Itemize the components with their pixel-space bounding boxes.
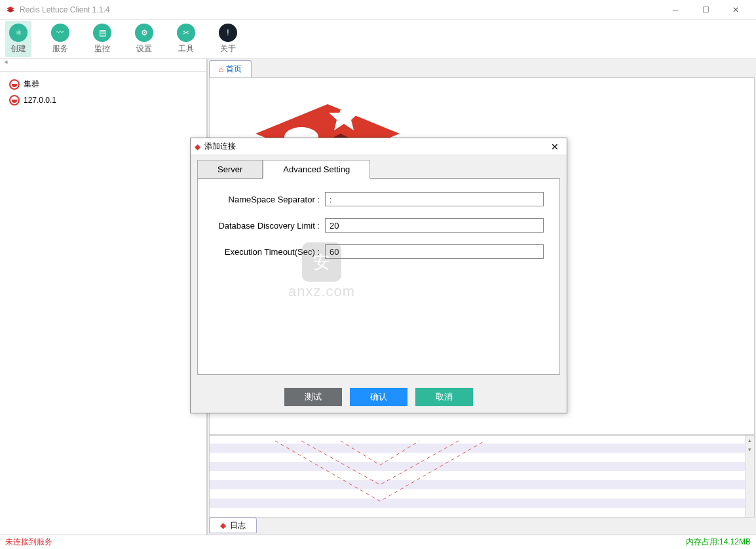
tab-log[interactable]: ◆ 日志 [209,518,257,533]
test-button[interactable]: 测试 [284,388,342,406]
tree-item-0[interactable]: 集群 [0,76,206,92]
tree-item-1[interactable]: 127.0.0.1 [0,92,206,108]
close-button[interactable]: ✕ [721,0,751,20]
toolbar-item-3[interactable]: ⚙设置 [131,21,157,57]
scroll-up-icon[interactable]: ▴ [746,436,754,445]
toolbar-label: 设置 [136,43,152,54]
maximize-button[interactable]: ☐ [690,0,721,20]
status-connection: 未连接到服务 [5,537,686,548]
cube-icon: ◆ [195,142,200,151]
toolbar-icon: ⚛ [9,24,28,42]
log-tab-strip: ◆ 日志 [209,518,755,533]
tab-server[interactable]: Server [197,160,263,179]
execution-timeout-input[interactable] [325,244,544,259]
toolbar-item-0[interactable]: ⚛创建 [5,21,31,57]
database-discovery-limit-input[interactable] [325,218,544,233]
statusbar: 未连接到服务 内存占用:14.12MB [0,535,756,549]
scroll-down-icon[interactable]: ▾ [746,445,754,454]
home-icon: ⌂ [219,65,223,74]
confirm-button[interactable]: 确认 [350,388,407,406]
toolbar-label: 服务 [52,43,68,54]
toolbar-icon: 〰 [51,24,69,42]
toolbar-label: 创建 [10,43,26,54]
filter-input[interactable]: * [0,59,206,72]
dialog-title: 添加连接 [204,141,547,152]
tab-home[interactable]: ⌂ 首页 [209,60,252,77]
sidebar: * 集群127.0.0.1 [0,59,208,535]
window-title: Redis Lettuce Client 1.1.4 [20,5,660,14]
tree-item-label: 127.0.0.1 [24,96,56,105]
cube-icon: ◆ [220,521,226,530]
toolbar-label: 工具 [178,43,194,54]
minimize-button[interactable]: ─ [660,0,690,20]
cancel-button[interactable]: 取消 [415,388,473,406]
toolbar-item-4[interactable]: ✂工具 [173,21,199,57]
tab-log-label: 日志 [230,520,246,531]
app-icon [5,5,16,15]
connection-tree: 集群127.0.0.1 [0,72,206,112]
tab-advanced-setting[interactable]: Advanced Setting [263,160,370,179]
namespace-separator-label: NameSpace Separator : [214,195,325,204]
add-connection-dialog: ◆ 添加连接 ✕ Server Advanced Setting NameSpa… [190,138,567,413]
toolbar-item-5[interactable]: !关于 [215,21,241,57]
dialog-close-button[interactable]: ✕ [547,142,563,152]
tab-home-label: 首页 [226,64,242,75]
dialog-body: NameSpace Separator : Database Discovery… [197,178,560,375]
wave-area: ▴ ▾ [209,435,755,518]
toolbar-item-2[interactable]: ▤监控 [89,21,115,57]
toolbar-item-1[interactable]: 〰服务 [47,21,73,57]
tree-item-label: 集群 [24,79,39,90]
tab-strip: ⌂ 首页 [209,60,755,77]
toolbar-icon: ✂ [177,24,195,42]
namespace-separator-input[interactable] [325,192,544,206]
scrollbar[interactable]: ▴ ▾ [745,436,754,517]
lower-panel: ▴ ▾ ◆ 日志 [209,435,755,533]
toolbar-icon: ⚙ [135,24,153,42]
toolbar-label: 监控 [94,43,110,54]
toolbar: ⚛创建〰服务▤监控⚙设置✂工具!关于 [0,20,756,59]
dialog-buttons: 测试 确认 取消 [191,381,567,413]
execution-timeout-label: Execution Timeout(Sec) : [214,247,325,257]
dialog-tabs: Server Advanced Setting [191,155,567,178]
database-discovery-limit-label: Database Discovery Limit : [214,221,325,231]
status-memory: 内存占用:14.12MB [686,537,751,548]
dialog-titlebar: ◆ 添加连接 ✕ [191,138,567,155]
toolbar-icon: ! [219,24,237,42]
node-icon [9,79,20,90]
toolbar-icon: ▤ [93,24,111,42]
titlebar: Redis Lettuce Client 1.1.4 ─ ☐ ✕ [0,0,756,20]
node-icon [9,95,20,105]
toolbar-label: 关于 [220,43,236,54]
